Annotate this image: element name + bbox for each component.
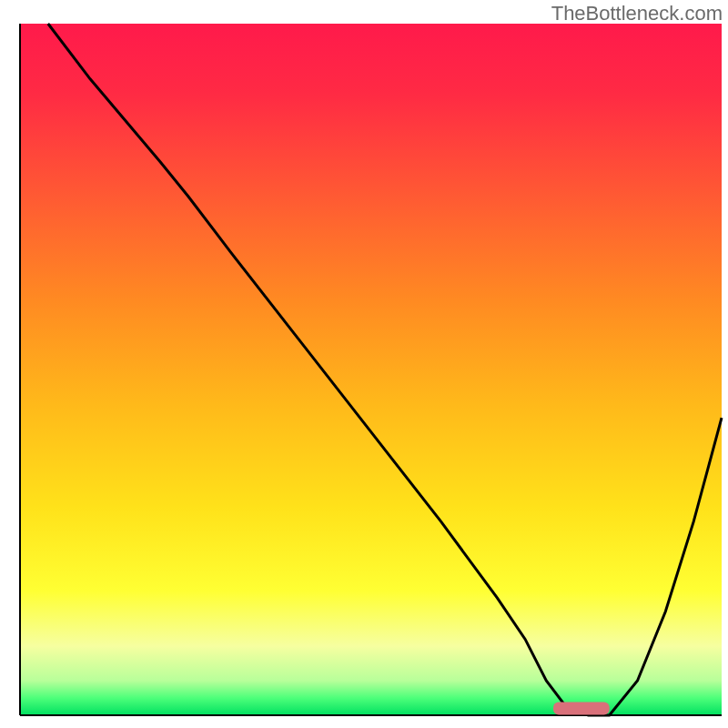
watermark-text: TheBottleneck.com xyxy=(551,2,723,25)
gradient-background xyxy=(20,24,722,715)
bottleneck-chart xyxy=(0,0,728,728)
optimal-marker xyxy=(553,702,610,714)
chart-frame: TheBottleneck.com xyxy=(0,0,728,728)
